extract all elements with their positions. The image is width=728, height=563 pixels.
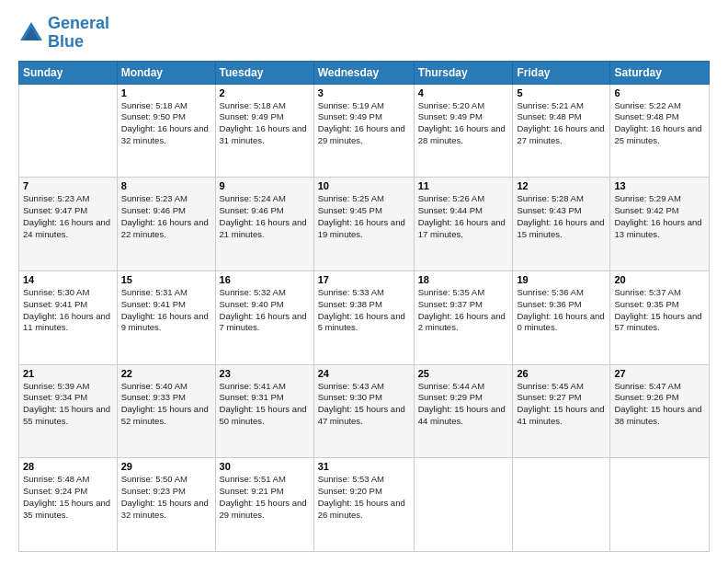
day-number: 10 <box>318 180 410 191</box>
sunset-text: Sunset: 9:44 PM <box>418 205 483 215</box>
daylight-text: Daylight: 15 hours and 55 minutes. <box>23 404 110 426</box>
day-number: 5 <box>517 87 606 98</box>
calendar-cell: 16 Sunrise: 5:32 AM Sunset: 9:40 PM Dayl… <box>215 270 313 364</box>
calendar-cell: 22 Sunrise: 5:40 AM Sunset: 9:33 PM Dayl… <box>117 364 215 458</box>
daylight-text: Daylight: 16 hours and 5 minutes. <box>318 311 405 333</box>
daylight-text: Daylight: 16 hours and 19 minutes. <box>318 217 405 239</box>
sunrise-text: Sunrise: 5:25 AM <box>318 193 384 203</box>
sunrise-text: Sunrise: 5:19 AM <box>318 100 384 110</box>
column-header-sunday: Sunday <box>19 61 118 84</box>
sunset-text: Sunset: 9:50 PM <box>121 111 186 121</box>
sunset-text: Sunset: 9:23 PM <box>121 486 186 496</box>
day-number: 21 <box>23 368 113 379</box>
sunset-text: Sunset: 9:33 PM <box>121 392 186 402</box>
calendar-week-row: 21 Sunrise: 5:39 AM Sunset: 9:34 PM Dayl… <box>19 364 710 458</box>
daylight-text: Daylight: 16 hours and 11 minutes. <box>23 311 110 333</box>
daylight-text: Daylight: 16 hours and 29 minutes. <box>318 123 405 145</box>
day-number: 11 <box>418 180 509 191</box>
calendar-cell <box>610 458 710 552</box>
calendar-week-row: 1 Sunrise: 5:18 AM Sunset: 9:50 PM Dayli… <box>19 84 710 178</box>
calendar-cell: 20 Sunrise: 5:37 AM Sunset: 9:35 PM Dayl… <box>610 270 710 364</box>
calendar-cell: 31 Sunrise: 5:53 AM Sunset: 9:20 PM Dayl… <box>313 458 414 552</box>
day-info: Sunrise: 5:47 AM Sunset: 9:26 PM Dayligh… <box>614 381 705 428</box>
column-header-saturday: Saturday <box>610 61 710 84</box>
sunset-text: Sunset: 9:30 PM <box>318 392 382 402</box>
sunset-text: Sunset: 9:41 PM <box>23 299 87 309</box>
day-number: 15 <box>121 274 211 285</box>
day-number: 28 <box>23 461 113 472</box>
day-number: 18 <box>418 274 509 285</box>
day-number: 31 <box>318 461 410 472</box>
day-number: 23 <box>220 368 310 379</box>
column-header-monday: Monday <box>117 61 215 84</box>
calendar-week-row: 14 Sunrise: 5:30 AM Sunset: 9:41 PM Dayl… <box>19 270 710 364</box>
calendar-cell: 18 Sunrise: 5:35 AM Sunset: 9:37 PM Dayl… <box>414 270 513 364</box>
day-info: Sunrise: 5:37 AM Sunset: 9:35 PM Dayligh… <box>614 287 705 334</box>
sunset-text: Sunset: 9:43 PM <box>517 205 581 215</box>
calendar-cell <box>19 84 118 178</box>
sunrise-text: Sunrise: 5:41 AM <box>220 381 286 391</box>
daylight-text: Daylight: 15 hours and 44 minutes. <box>418 404 506 426</box>
sunset-text: Sunset: 9:35 PM <box>614 299 678 309</box>
sunrise-text: Sunrise: 5:20 AM <box>418 100 484 110</box>
calendar-cell <box>513 458 610 552</box>
daylight-text: Daylight: 16 hours and 17 minutes. <box>418 217 506 239</box>
daylight-text: Daylight: 15 hours and 32 minutes. <box>121 498 209 520</box>
calendar-cell: 7 Sunrise: 5:23 AM Sunset: 9:47 PM Dayli… <box>19 178 118 271</box>
day-number: 2 <box>220 87 310 98</box>
logo-icon <box>18 20 44 46</box>
column-header-tuesday: Tuesday <box>215 61 313 84</box>
sunset-text: Sunset: 9:45 PM <box>318 205 382 215</box>
sunrise-text: Sunrise: 5:22 AM <box>614 100 680 110</box>
calendar-cell <box>414 458 513 552</box>
sunset-text: Sunset: 9:27 PM <box>517 392 581 402</box>
sunrise-text: Sunrise: 5:47 AM <box>614 381 680 391</box>
day-number: 30 <box>220 461 310 472</box>
daylight-text: Daylight: 16 hours and 32 minutes. <box>121 123 209 145</box>
header: General Blue <box>18 15 710 52</box>
day-info: Sunrise: 5:53 AM Sunset: 9:20 PM Dayligh… <box>318 474 410 521</box>
day-number: 7 <box>23 180 113 191</box>
daylight-text: Daylight: 16 hours and 2 minutes. <box>418 311 506 333</box>
daylight-text: Daylight: 16 hours and 7 minutes. <box>220 311 307 333</box>
daylight-text: Daylight: 15 hours and 57 minutes. <box>614 311 701 333</box>
calendar-cell: 28 Sunrise: 5:48 AM Sunset: 9:24 PM Dayl… <box>19 458 118 552</box>
calendar-cell: 29 Sunrise: 5:50 AM Sunset: 9:23 PM Dayl… <box>117 458 215 552</box>
logo-text: General Blue <box>48 15 109 52</box>
day-number: 4 <box>418 87 509 98</box>
sunset-text: Sunset: 9:20 PM <box>318 486 382 496</box>
day-info: Sunrise: 5:23 AM Sunset: 9:47 PM Dayligh… <box>23 193 113 240</box>
calendar-cell: 17 Sunrise: 5:33 AM Sunset: 9:38 PM Dayl… <box>313 270 414 364</box>
sunset-text: Sunset: 9:46 PM <box>220 205 284 215</box>
daylight-text: Daylight: 16 hours and 21 minutes. <box>220 217 307 239</box>
calendar-cell: 23 Sunrise: 5:41 AM Sunset: 9:31 PM Dayl… <box>215 364 313 458</box>
day-info: Sunrise: 5:35 AM Sunset: 9:37 PM Dayligh… <box>418 287 509 334</box>
page: General Blue SundayMondayTuesdayWednesda… <box>0 0 728 563</box>
day-info: Sunrise: 5:44 AM Sunset: 9:29 PM Dayligh… <box>418 381 509 428</box>
calendar-cell: 9 Sunrise: 5:24 AM Sunset: 9:46 PM Dayli… <box>215 178 313 271</box>
day-number: 25 <box>418 368 509 379</box>
calendar-cell: 11 Sunrise: 5:26 AM Sunset: 9:44 PM Dayl… <box>414 178 513 271</box>
daylight-text: Daylight: 16 hours and 9 minutes. <box>121 311 209 333</box>
sunrise-text: Sunrise: 5:18 AM <box>220 100 286 110</box>
sunrise-text: Sunrise: 5:48 AM <box>23 474 89 484</box>
day-info: Sunrise: 5:18 AM Sunset: 9:49 PM Dayligh… <box>220 100 310 147</box>
sunrise-text: Sunrise: 5:24 AM <box>220 193 286 203</box>
sunrise-text: Sunrise: 5:35 AM <box>418 287 484 297</box>
day-info: Sunrise: 5:31 AM Sunset: 9:41 PM Dayligh… <box>121 287 211 334</box>
column-header-thursday: Thursday <box>414 61 513 84</box>
day-number: 14 <box>23 274 113 285</box>
day-info: Sunrise: 5:33 AM Sunset: 9:38 PM Dayligh… <box>318 287 410 334</box>
calendar-week-row: 28 Sunrise: 5:48 AM Sunset: 9:24 PM Dayl… <box>19 458 710 552</box>
sunset-text: Sunset: 9:31 PM <box>220 392 284 402</box>
calendar-cell: 14 Sunrise: 5:30 AM Sunset: 9:41 PM Dayl… <box>19 270 118 364</box>
day-number: 20 <box>614 274 705 285</box>
sunset-text: Sunset: 9:24 PM <box>23 486 87 496</box>
daylight-text: Daylight: 16 hours and 0 minutes. <box>517 311 604 333</box>
column-header-wednesday: Wednesday <box>313 61 414 84</box>
day-number: 9 <box>220 180 310 191</box>
daylight-text: Daylight: 16 hours and 22 minutes. <box>121 217 209 239</box>
daylight-text: Daylight: 16 hours and 28 minutes. <box>418 123 506 145</box>
day-number: 1 <box>121 87 211 98</box>
sunset-text: Sunset: 9:49 PM <box>418 111 483 121</box>
